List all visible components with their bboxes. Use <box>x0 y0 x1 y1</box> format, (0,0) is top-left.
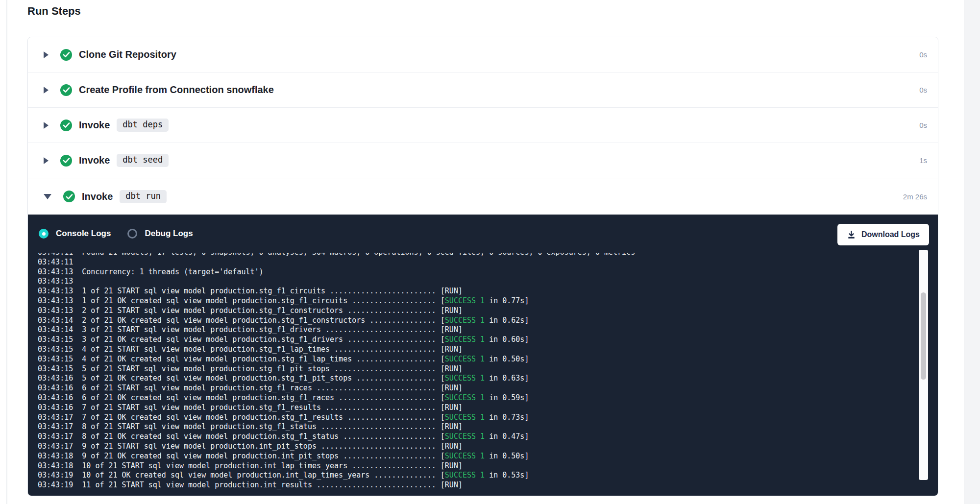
log-line: 03:43:17 8 of 21 START sql view model pr… <box>38 422 916 432</box>
step-duration: 1s <box>919 156 927 165</box>
log-text: Concurrency: 1 threads (target='default'… <box>73 267 263 276</box>
step-row[interactable]: Create Profile from Connection snowflake… <box>28 72 938 108</box>
log-line: 03:43:15 5 of 21 START sql view model pr… <box>38 364 916 374</box>
log-line: 03:43:14 3 of 21 START sql view model pr… <box>38 325 916 335</box>
log-tab-label: Console Logs <box>56 229 111 239</box>
log-timestamp: 03:43:15 <box>38 355 73 363</box>
check-circle-icon <box>60 120 72 131</box>
step-row[interactable]: Invoke dbt deps 0s <box>28 108 938 143</box>
log-line: 03:43:17 8 of 21 OK created sql view mod… <box>38 432 916 442</box>
log-text: 10 of 21 START sql view model production… <box>73 461 441 470</box>
log-line: 03:43:16 6 of 21 START sql view model pr… <box>38 384 916 393</box>
log-result-text: [RUN] <box>441 403 463 412</box>
log-line: 03:43:15 4 of 21 OK created sql view mod… <box>38 355 916 364</box>
step-label: Invoke <box>82 191 113 202</box>
log-result-text: [RUN] <box>441 384 463 392</box>
chevron-right-icon[interactable] <box>44 87 49 94</box>
log-success-text: SUCCESS 1 <box>445 393 485 402</box>
log-timestamp: 03:43:13 <box>38 277 73 286</box>
log-timestamp: 03:43:11 <box>38 253 73 257</box>
log-line: 03:43:16 5 of 21 OK created sql view mod… <box>38 374 916 384</box>
log-line: 03:43:16 7 of 21 START sql view model pr… <box>38 403 916 413</box>
log-timestamp: 03:43:18 <box>38 461 73 470</box>
log-timestamp: 03:43:15 <box>38 345 73 354</box>
log-result-text: [RUN] <box>441 461 463 470</box>
log-success-text: SUCCESS 1 <box>445 335 485 344</box>
log-line: 03:43:13 <box>38 277 916 287</box>
radio-icon[interactable] <box>39 229 49 239</box>
page-scroll-gutter[interactable] <box>964 0 980 504</box>
log-line: 03:43:15 4 of 21 START sql view model pr… <box>38 345 916 355</box>
log-line: 03:43:16 6 of 21 OK created sql view mod… <box>38 393 916 403</box>
log-result-text: in 0.73s] <box>485 413 529 422</box>
log-line: 03:43:13 1 of 21 START sql view model pr… <box>38 287 916 296</box>
log-scrollbar-thumb[interactable] <box>921 292 926 380</box>
log-timestamp: 03:43:16 <box>38 374 73 383</box>
step-row[interactable]: Invoke dbt seed 1s <box>28 143 938 178</box>
log-timestamp: 03:43:19 <box>38 471 73 480</box>
log-line: 03:43:19 10 of 21 OK created sql view mo… <box>38 471 916 480</box>
download-icon <box>847 230 856 240</box>
console-log-lines: 03:43:11 Found 21 models, 17 tests, 0 sn… <box>38 253 916 490</box>
step-row[interactable]: Invoke dbt run 2m 26s <box>28 178 938 215</box>
step-row[interactable]: Clone Git Repository 0s <box>28 37 938 72</box>
log-result-text: [RUN] <box>441 364 463 373</box>
log-timestamp: 03:43:13 <box>38 287 73 295</box>
log-timestamp: 03:43:15 <box>38 364 73 373</box>
log-timestamp: 03:43:13 <box>38 267 73 276</box>
log-timestamp: 03:43:14 <box>38 316 73 325</box>
log-success-text: SUCCESS 1 <box>445 432 485 441</box>
step-label: Invoke <box>79 155 110 166</box>
check-circle-icon <box>63 191 75 202</box>
log-tab[interactable]: Debug Logs <box>127 229 193 239</box>
log-text: 1 of 21 OK created sql view model produc… <box>73 296 445 305</box>
log-result-text: [RUN] <box>441 480 463 489</box>
chevron-down-icon[interactable] <box>44 194 51 199</box>
log-result-text: [RUN] <box>441 306 463 315</box>
log-result-text: [RUN] <box>441 345 463 354</box>
log-result-text: in 0.53s] <box>485 471 529 480</box>
log-text: 2 of 21 START sql view model production.… <box>73 306 441 315</box>
log-success-text: SUCCESS 1 <box>445 296 485 305</box>
log-result-text: in 0.50s] <box>485 452 529 460</box>
log-text: Found 21 models, 17 tests, 0 snapshots, … <box>73 253 635 257</box>
log-tab-label: Debug Logs <box>145 229 193 239</box>
log-timestamp: 03:43:11 <box>38 258 73 266</box>
log-result-text: in 0.62s] <box>485 316 529 325</box>
log-line: 03:43:11 Found 21 models, 17 tests, 0 sn… <box>38 253 916 258</box>
log-line: 03:43:19 11 of 21 START sql view model p… <box>38 480 916 490</box>
log-text: 6 of 21 OK created sql view model produc… <box>73 393 445 402</box>
chevron-right-icon[interactable] <box>44 122 49 129</box>
log-text: 5 of 21 START sql view model production.… <box>73 364 441 373</box>
log-tab[interactable]: Console Logs <box>39 229 111 239</box>
log-scrollbar-track[interactable] <box>919 250 928 480</box>
log-line: 03:43:17 7 of 21 OK created sql view mod… <box>38 413 916 423</box>
log-line: 03:43:17 9 of 21 START sql view model pr… <box>38 442 916 452</box>
log-text: 3 of 21 START sql view model production.… <box>73 325 441 334</box>
log-line: 03:43:13 2 of 21 START sql view model pr… <box>38 306 916 316</box>
step-duration: 2m 26s <box>903 192 927 201</box>
chevron-right-icon[interactable] <box>44 157 49 164</box>
log-result-text: in 0.50s] <box>485 355 529 363</box>
step-label: Create Profile from Connection snowflake <box>79 84 274 96</box>
log-text: 8 of 21 OK created sql view model produc… <box>73 432 445 441</box>
log-text: 2 of 21 OK created sql view model produc… <box>73 316 445 325</box>
log-success-text: SUCCESS 1 <box>445 316 485 325</box>
log-line: 03:43:18 10 of 21 START sql view model p… <box>38 461 916 471</box>
chevron-right-icon[interactable] <box>44 51 49 58</box>
log-text: 9 of 21 START sql view model production.… <box>73 442 441 451</box>
log-timestamp: 03:43:17 <box>38 442 73 451</box>
log-timestamp: 03:43:16 <box>38 384 73 392</box>
log-text: 3 of 21 OK created sql view model produc… <box>73 335 445 344</box>
left-edge-divider <box>6 0 7 504</box>
console-log-viewport[interactable]: 03:43:11 Found 21 models, 17 tests, 0 sn… <box>38 253 916 493</box>
log-result-text: [RUN] <box>441 287 463 295</box>
log-timestamp: 03:43:19 <box>38 480 73 489</box>
log-timestamp: 03:43:13 <box>38 306 73 315</box>
download-logs-button[interactable]: Download Logs <box>837 224 929 245</box>
radio-icon[interactable] <box>127 229 137 239</box>
check-circle-icon <box>60 84 72 96</box>
step-command-badge: dbt deps <box>117 119 169 132</box>
log-result-text: in 0.77s] <box>485 296 529 305</box>
log-timestamp: 03:43:17 <box>38 432 73 441</box>
